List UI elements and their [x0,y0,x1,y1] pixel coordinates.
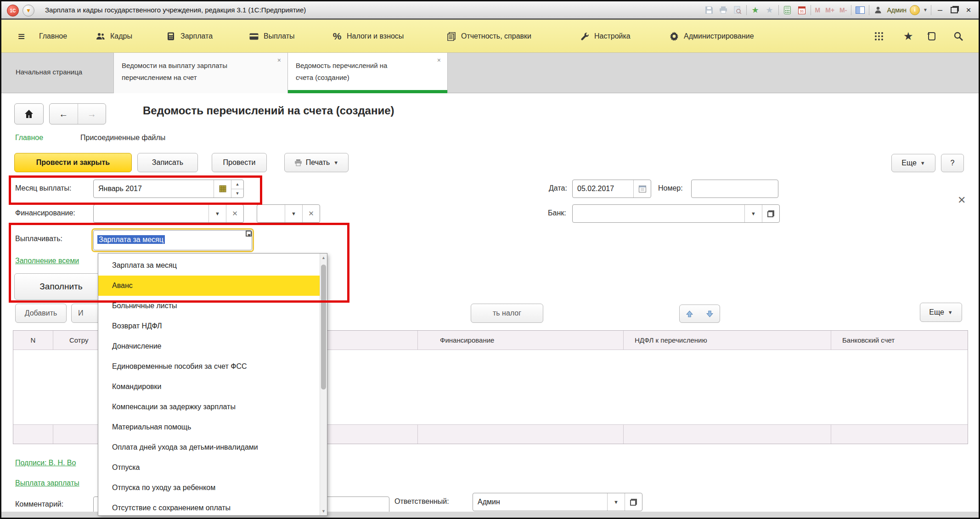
bank-dropdown-icon[interactable]: ▼ [744,205,762,222]
add-favorite-icon[interactable]: ★ [750,5,761,16]
scroll-up-icon[interactable]: ▲ [320,255,327,260]
minimize-button[interactable]: – [935,5,946,16]
history-icon[interactable] [927,20,937,53]
restore-button[interactable] [949,5,960,16]
menu-item-payments[interactable]: Выплаты [249,20,295,53]
dropdown-item[interactable]: Доначисление [98,336,320,356]
financing-extra-field[interactable]: ▼ ✕ [257,204,320,223]
dropdown-item[interactable]: Отпуска по уходу за ребенком [98,478,320,498]
month-spinner[interactable]: ▲▼ [231,180,243,197]
menu-item-settings[interactable]: Настройка [580,20,631,53]
move-row-down-button[interactable] [699,305,720,323]
financing-dropdown-icon[interactable]: ▼ [208,205,226,222]
responsible-open-icon[interactable] [625,493,642,511]
form-close-icon[interactable]: ✕ [957,194,966,206]
memory-m-button[interactable]: M [814,5,822,16]
menu-item-main[interactable]: Главное [39,20,67,53]
scroll-down-icon[interactable]: ▼ [320,509,327,513]
main-menu-hamburger-icon[interactable]: ≡ [18,20,25,53]
menu-item-hr[interactable]: Кадры [96,20,132,53]
fill-button[interactable]: Заполнить [14,273,108,300]
form-nav-main-link[interactable]: Главное [15,134,43,142]
column-header-ndfl[interactable]: НДФЛ к перечислению [624,331,831,350]
system-menu-chevron-icon[interactable]: ▼ [23,5,34,17]
pay-field-label: Выплачивать: [15,235,62,243]
scrollbar-thumb[interactable] [321,265,326,389]
search-icon[interactable] [953,20,963,53]
info-dropdown-icon[interactable]: ▼ [923,7,928,12]
dropdown-item[interactable]: Оплата дней ухода за детьми-инвалидами [98,437,320,457]
preview-icon[interactable] [732,5,743,16]
apps-grid-icon[interactable] [875,20,883,53]
bank-open-icon[interactable] [762,205,779,222]
move-row-up-button[interactable] [679,305,700,323]
responsible-dropdown-icon[interactable]: ▼ [607,493,625,511]
number-field[interactable] [691,180,778,198]
calendar-icon[interactable]: 31 [796,5,807,16]
back-button[interactable]: ← [50,104,78,124]
print-button[interactable]: Печать▼ [284,153,349,172]
financing-clear-icon[interactable]: ✕ [226,205,243,222]
save-icon[interactable] [704,5,715,16]
signatures-link[interactable]: Подписи: В. Н. Во [15,459,76,467]
update-tax-button[interactable]: ть налог [471,304,543,323]
close-button[interactable]: × [963,5,974,16]
split-window-icon[interactable] [855,5,866,16]
financing-field[interactable]: ▼ ✕ [93,204,244,223]
menu-item-reports[interactable]: Отчетность, справки [446,20,531,53]
dropdown-item[interactable]: Зарплата за месяц [98,255,320,276]
favorites-star-icon[interactable]: ★ [903,20,913,53]
post-button[interactable]: Провести [212,153,267,172]
card-icon [249,31,259,41]
menu-item-salary[interactable]: Зарплата [166,20,213,53]
dropdown-item[interactable]: Материальная помощь [98,417,320,437]
memory-m-minus-button[interactable]: M- [839,5,848,16]
dropdown-item[interactable]: Единовременные пособия за счет ФСС [98,356,320,377]
form-nav-attachments-link[interactable]: Присоединенные файлы [80,134,165,142]
dropdown-item-selected[interactable]: Аванс [98,276,320,296]
date-field[interactable]: 05.02.2017 [572,180,651,198]
home-button[interactable] [14,103,44,124]
post-and-close-button[interactable]: Провести и закрыть [14,153,132,172]
bank-field[interactable]: ▼ [572,204,780,223]
print-icon[interactable] [718,5,729,16]
financing-extra-clear-icon[interactable]: ✕ [302,205,320,222]
dropdown-item[interactable]: Отпуска [98,457,320,478]
financing-extra-dropdown-icon[interactable]: ▼ [285,205,302,222]
date-calendar-icon[interactable] [633,180,651,197]
tab-home-page[interactable]: Начальная страница [5,53,114,93]
help-button[interactable]: ? [941,154,964,172]
month-list-icon[interactable] [214,180,231,197]
info-icon[interactable]: i [910,5,920,15]
column-header-bank-account[interactable]: Банковский счет [831,331,968,350]
column-header-financing[interactable]: Финансирование [418,331,624,350]
forward-button[interactable]: → [78,104,106,124]
dropdown-item[interactable]: Больничные листы [98,296,320,316]
payroll-payment-link[interactable]: Выплата зарплаты [15,479,79,487]
dropdown-item[interactable]: Командировки [98,377,320,397]
dropdown-item[interactable]: Возврат НДФЛ [98,316,320,336]
menu-item-administration[interactable]: Администрирование [669,20,754,53]
responsible-field[interactable]: Админ ▼ [473,493,642,511]
fill-by-all-link[interactable]: Заполнение всеми [15,257,79,265]
favorites-icon[interactable]: ★ [764,5,775,16]
pay-type-field[interactable]: Зарплата за месяц ▼ [93,230,252,250]
calculator-icon[interactable] [782,5,793,16]
table-more-button[interactable]: Еще▼ [920,303,962,322]
dropdown-item[interactable]: Отсутствие с сохранением оплаты [98,498,320,518]
menu-item-taxes[interactable]: % Налоги и взносы [332,20,404,53]
column-header-n[interactable]: N [13,331,53,350]
form-more-button[interactable]: Еще▼ [891,154,935,172]
tab-transfer-sheet-new[interactable]: Ведомость перечислений на счета (создани… [288,53,448,93]
add-row-button[interactable]: Добавить [15,304,67,323]
tab-close-icon[interactable]: × [437,56,441,64]
app-logo-icon[interactable]: 1С [7,5,19,17]
current-user-label[interactable]: Админ [887,6,907,14]
dropdown-scrollbar[interactable]: ▲ ▼ [320,254,327,515]
tab-payroll-sheets-list[interactable]: Ведомости на выплату зарплаты перечислен… [114,53,288,93]
tab-close-icon[interactable]: × [277,56,281,64]
memory-m-plus-button[interactable]: M+ [824,5,835,16]
dropdown-item[interactable]: Компенсации за задержку зарплаты [98,397,320,417]
payout-month-field[interactable]: Январь 2017 ▲▼ [93,180,244,198]
save-button[interactable]: Записать [137,153,198,172]
